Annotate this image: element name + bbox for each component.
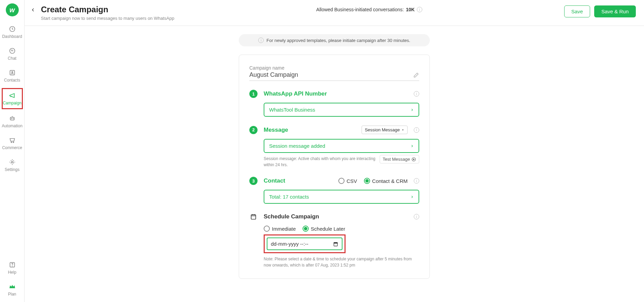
robot-icon (9, 115, 16, 122)
sidebar-item-contacts[interactable]: Contacts (2, 66, 23, 85)
chat-icon (9, 47, 16, 55)
radio-icon (364, 178, 370, 184)
header-allowed: Allowed Business-initiated conversations… (180, 5, 559, 12)
step-title: Message (264, 127, 355, 133)
save-run-button[interactable]: Save & Run (594, 5, 636, 17)
sidebar-label: Campaign (3, 101, 21, 105)
chevron-right-icon (410, 107, 414, 113)
message-type-dropdown[interactable]: Session Message (362, 126, 408, 134)
gear-icon (9, 158, 16, 166)
sidebar-item-chat[interactable]: Chat (2, 44, 23, 63)
info-icon[interactable]: i (414, 91, 419, 97)
sidebar-item-settings[interactable]: Settings (2, 156, 23, 175)
back-button[interactable] (31, 5, 35, 14)
contacts-icon (9, 69, 16, 76)
svg-rect-13 (251, 215, 255, 219)
sidebar-label: Chat (8, 56, 16, 61)
app-logo: w (6, 3, 19, 16)
calendar-icon (333, 241, 338, 247)
date-highlight: dd-mm-yyyy --:-- (264, 234, 346, 253)
notice-banner: i For newly approved templates, please i… (239, 34, 430, 46)
info-icon[interactable]: i (414, 127, 419, 133)
dropdown-value: Session Message (365, 127, 400, 132)
sidebar-item-commerce[interactable]: Commerce (2, 134, 23, 153)
step-1-header: 1 WhatsApp API Number i (249, 90, 419, 98)
sidebar-item-dashboard[interactable]: Dashboard (2, 23, 23, 42)
date-input[interactable]: dd-mm-yyyy --:-- (267, 238, 342, 250)
schedule-note: Note: Please select a date & time to sch… (264, 256, 419, 268)
megaphone-icon (9, 92, 16, 99)
step-title: WhatsApp API Number (264, 90, 408, 97)
sidebar-label: Plan (8, 292, 16, 297)
crown-icon (9, 283, 16, 290)
radio-icon (264, 226, 270, 232)
radio-schedule-later[interactable]: Schedule Later (303, 226, 345, 232)
chevron-down-icon (401, 128, 405, 132)
sidebar-label: Settings (5, 167, 19, 172)
header-actions: Save Save & Run (564, 5, 636, 17)
notice-text: For newly approved templates, please ini… (266, 38, 410, 43)
svg-point-5 (11, 118, 12, 119)
date-placeholder: dd-mm-yyyy --:-- (271, 241, 308, 247)
step-title: Contact (264, 177, 332, 184)
svg-point-11 (12, 266, 12, 266)
step-number: 2 (249, 126, 258, 134)
svg-point-7 (11, 142, 12, 143)
radio-immediate[interactable]: Immediate (264, 226, 296, 232)
radio-csv[interactable]: CSV (338, 178, 357, 184)
svg-rect-15 (334, 242, 338, 243)
main: Create Campaign Start campaign now to se… (25, 0, 644, 302)
info-icon[interactable]: i (414, 178, 419, 184)
sidebar-item-plan[interactable]: Plan (2, 280, 23, 299)
api-number-value: WhatsTool Business (269, 107, 315, 113)
info-icon[interactable]: i (417, 7, 422, 12)
edit-icon[interactable] (413, 72, 419, 78)
campaign-name-label: Campaign name (249, 65, 419, 71)
radio-icon (338, 178, 345, 184)
page-subtitle: Start campaign now to send messages to m… (41, 16, 174, 21)
contact-source-radio: CSV Contact & CRM (338, 178, 408, 184)
page-title: Create Campaign (41, 5, 174, 14)
message-hint: Session message: Active chats with whom … (264, 156, 376, 168)
campaign-name-row: August Campaign (249, 71, 419, 81)
sidebar-label: Contacts (4, 78, 20, 83)
svg-point-6 (13, 118, 13, 119)
step-number: 3 (249, 177, 258, 185)
campaign-card: Campaign name August Campaign 1 WhatsApp… (239, 55, 430, 279)
step-3-header: 3 Contact CSV Contact & CRM i (249, 177, 419, 185)
sidebar-item-campaign[interactable]: Campaign (2, 88, 23, 109)
title-block: Create Campaign Start campaign now to se… (41, 5, 174, 21)
sidebar-label: Dashboard (2, 34, 22, 39)
sidebar-item-automation[interactable]: Automation (2, 112, 23, 131)
chevron-right-icon (410, 194, 414, 200)
sidebar-label: Automation (2, 124, 23, 128)
api-number-select[interactable]: WhatsTool Business (264, 103, 419, 117)
sidebar-item-help[interactable]: Help (2, 258, 23, 277)
step-number: 1 (249, 90, 258, 98)
allowed-value: 10K (406, 7, 415, 12)
contact-value: Total: 17 contacts (269, 194, 309, 200)
info-icon: i (258, 38, 264, 43)
calendar-icon (249, 213, 258, 221)
help-icon (9, 261, 16, 269)
play-icon (411, 157, 416, 162)
allowed-prefix: Allowed Business-initiated conversations… (316, 7, 404, 12)
contact-select[interactable]: Total: 17 contacts (264, 190, 419, 204)
radio-crm[interactable]: Contact & CRM (364, 178, 408, 184)
sidebar-label: Help (8, 270, 16, 275)
header: Create Campaign Start campaign now to se… (25, 0, 644, 26)
svg-point-8 (13, 142, 14, 143)
schedule-title: Schedule Campaign (264, 213, 408, 220)
campaign-name-value: August Campaign (249, 71, 298, 78)
svg-point-9 (11, 161, 13, 163)
save-button[interactable]: Save (564, 5, 590, 17)
radio-icon (303, 226, 309, 232)
message-select[interactable]: Session message added (264, 139, 419, 153)
svg-point-3 (12, 72, 13, 73)
schedule-radio: Immediate Schedule Later (264, 226, 419, 232)
chevron-right-icon (410, 143, 414, 149)
info-icon[interactable]: i (414, 214, 419, 219)
test-message-button[interactable]: Test Message (380, 155, 419, 163)
step-2-header: 2 Message Session Message i (249, 126, 419, 134)
cart-icon (9, 136, 16, 144)
